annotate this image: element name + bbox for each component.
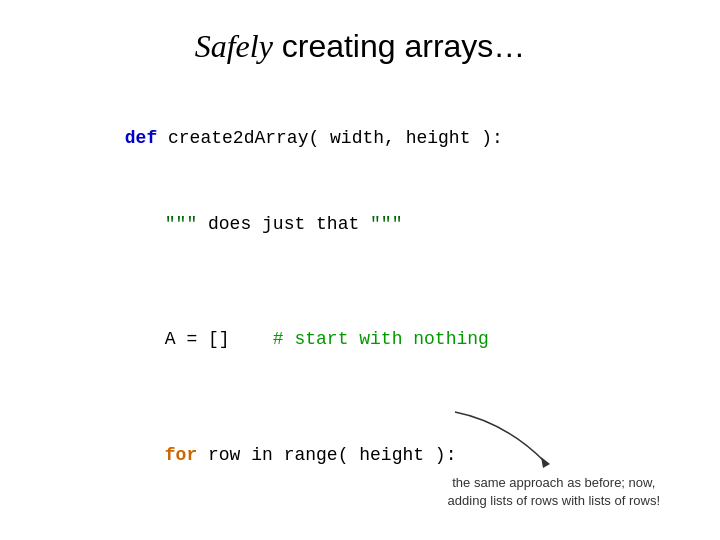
annotation-line-1: the same approach as before; now, <box>452 475 655 490</box>
annotation-line-2: adding lists of rows with lists of rows! <box>448 493 660 508</box>
arrow-decoration <box>445 402 565 472</box>
code-docstring: """ <box>165 214 197 234</box>
code-line-blank-2 <box>60 383 720 412</box>
page-title: Safely creating arrays… <box>0 28 720 65</box>
code-line-3: A = [] # start with nothing <box>100 297 720 383</box>
code-line-5: row = createOneRow( width ) <box>140 527 720 540</box>
code-comment: # start with nothing <box>273 329 489 349</box>
keyword-def: def <box>125 128 157 148</box>
code-func: create2dArray( width, height ): <box>157 128 503 148</box>
code-docstring-end: """ <box>370 214 402 234</box>
code-for-rest: row in range( height ): <box>197 445 456 465</box>
code-line-1: def create2dArray( width, height ): <box>60 95 720 181</box>
code-assign: A = [] <box>165 329 273 349</box>
annotation-text: the same approach as before; now, adding… <box>448 474 660 510</box>
keyword-for: for <box>165 445 197 465</box>
code-line-blank-1 <box>60 268 720 297</box>
title-rest: creating arrays… <box>273 28 526 64</box>
code-line-2: """ does just that """ <box>100 181 720 267</box>
title-italic: Safely <box>195 28 273 64</box>
svg-marker-0 <box>541 457 550 468</box>
code-docstring-text: does just that <box>197 214 370 234</box>
